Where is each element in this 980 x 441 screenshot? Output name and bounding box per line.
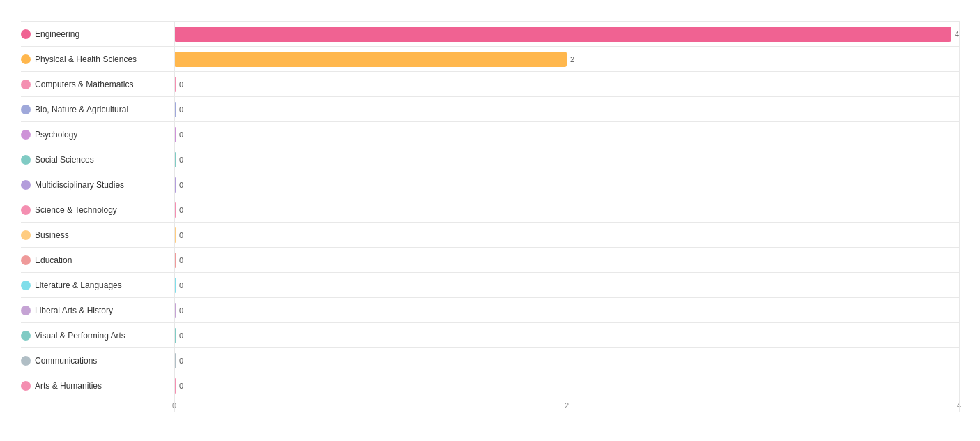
bar-label-text: Computers & Mathematics — [35, 80, 133, 89]
bar-label: Visual & Performing Arts — [21, 331, 174, 341]
bar-container: 0 — [174, 75, 959, 94]
bar-label-text: Social Sciences — [35, 155, 94, 165]
color-dot — [21, 381, 31, 391]
bar-label: Multidisciplinary Studies — [21, 180, 174, 190]
bar-label-text: Visual & Performing Arts — [35, 331, 125, 341]
bar-row: Communications 0 — [21, 347, 959, 373]
bar-row: Arts & Humanities 0 — [21, 373, 959, 398]
bar-label: Engineering — [21, 29, 174, 39]
bar — [174, 328, 176, 343]
chart-area: Engineering 4 Physical & Health Sciences… — [21, 21, 959, 412]
bar-label-text: Communications — [35, 356, 97, 366]
color-dot — [21, 255, 31, 265]
x-tick: 4 — [957, 401, 961, 410]
bar-container: 0 — [174, 175, 959, 195]
bar — [174, 253, 176, 268]
color-dot — [21, 80, 31, 89]
color-dot — [21, 54, 31, 64]
bar-label: Psychology — [21, 130, 174, 140]
color-dot — [21, 331, 31, 341]
color-dot — [21, 356, 31, 366]
bar-label-text: Literature & Languages — [35, 281, 122, 290]
bar-value: 0 — [179, 231, 183, 239]
bar-container: 0 — [174, 200, 959, 220]
bar-label-text: Liberal Arts & History — [35, 306, 113, 315]
bar — [174, 177, 176, 193]
bar-label-text: Science & Technology — [35, 205, 117, 215]
bar-row: Literature & Languages 0 — [21, 272, 959, 297]
bar-label: Physical & Health Sciences — [21, 54, 174, 64]
bar — [174, 303, 176, 318]
bar-row: Physical & Health Sciences 2 — [21, 46, 959, 71]
bar-value: 0 — [179, 281, 183, 290]
bar-label: Liberal Arts & History — [21, 306, 174, 315]
bar-row: Education 0 — [21, 247, 959, 272]
bar-value: 0 — [179, 156, 183, 164]
color-dot — [21, 306, 31, 315]
bar-value: 0 — [179, 206, 183, 214]
x-tick: 0 — [172, 401, 176, 410]
color-dot — [21, 230, 31, 240]
bar-value: 0 — [179, 331, 183, 340]
color-dot — [21, 180, 31, 190]
bar-value: 0 — [179, 105, 183, 114]
bar-container: 0 — [174, 125, 959, 144]
bar-container: 0 — [174, 276, 959, 295]
bar-label: Communications — [21, 356, 174, 366]
bar-row: Liberal Arts & History 0 — [21, 297, 959, 322]
bar-row: Bio, Nature & Agricultural 0 — [21, 96, 959, 121]
bar-row: Social Sciences 0 — [21, 147, 959, 172]
color-dot — [21, 29, 31, 39]
color-dot — [21, 281, 31, 290]
bar-row: Engineering 4 — [21, 21, 959, 46]
bar-label-text: Physical & Health Sciences — [35, 54, 137, 64]
bar-label-text: Psychology — [35, 130, 77, 140]
bar-value: 4 — [955, 30, 959, 38]
bar — [174, 227, 176, 243]
bar-row: Multidisciplinary Studies 0 — [21, 172, 959, 197]
bar-label: Education — [21, 255, 174, 265]
grid-line — [959, 21, 960, 412]
bar — [174, 152, 176, 167]
bar-label: Science & Technology — [21, 205, 174, 215]
bar — [174, 27, 951, 42]
color-dot — [21, 105, 31, 114]
bar-label: Computers & Mathematics — [21, 80, 174, 89]
x-tick: 2 — [565, 401, 569, 410]
bar-value: 0 — [179, 181, 183, 189]
bar-label-text: Arts & Humanities — [35, 381, 102, 391]
bar-row: Psychology 0 — [21, 121, 959, 147]
bar-label: Bio, Nature & Agricultural — [21, 105, 174, 114]
bar — [174, 378, 176, 394]
bar-label: Literature & Languages — [21, 281, 174, 290]
bar-container: 0 — [174, 351, 959, 371]
bar-value: 0 — [179, 80, 183, 89]
bar-label-text: Education — [35, 255, 72, 265]
bar-label: Social Sciences — [21, 155, 174, 165]
bar-label-text: Multidisciplinary Studies — [35, 180, 124, 190]
bar-value: 0 — [179, 382, 183, 390]
bar-label-text: Engineering — [35, 29, 79, 39]
bar-container: 0 — [174, 376, 959, 396]
bar — [174, 77, 176, 92]
bar-value: 0 — [179, 306, 183, 315]
bar-container: 0 — [174, 251, 959, 270]
bar-value: 0 — [179, 130, 183, 139]
bar-value: 0 — [179, 357, 183, 365]
bar — [174, 102, 176, 117]
color-dot — [21, 205, 31, 215]
bar — [174, 202, 176, 218]
bar — [174, 52, 567, 67]
bar — [174, 353, 176, 368]
bar-container: 2 — [174, 50, 959, 69]
bar-row: Computers & Mathematics 0 — [21, 71, 959, 96]
bar-container: 4 — [174, 24, 959, 44]
bar-container: 0 — [174, 150, 959, 170]
bar-row: Business 0 — [21, 222, 959, 247]
bar-container: 0 — [174, 301, 959, 320]
bar-container: 0 — [174, 326, 959, 345]
color-dot — [21, 155, 31, 165]
bar-row: Visual & Performing Arts 0 — [21, 322, 959, 347]
color-dot — [21, 130, 31, 140]
bar-label: Business — [21, 230, 174, 240]
